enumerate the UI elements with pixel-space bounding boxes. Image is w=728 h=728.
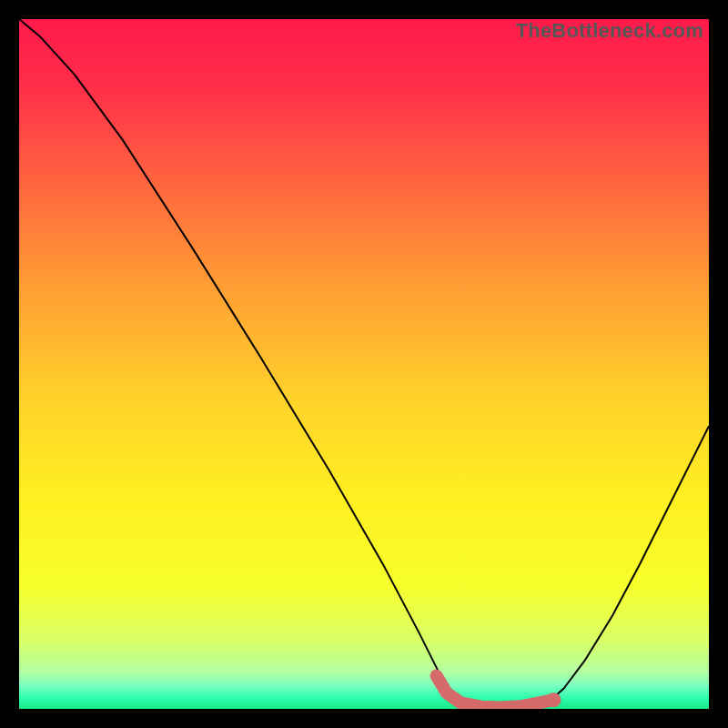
highlight-band (437, 676, 554, 708)
plot-area: TheBottleneck.com (19, 19, 709, 709)
curve-layer (19, 19, 709, 709)
bottleneck-curve (19, 19, 709, 709)
highlight-dot (546, 693, 561, 707)
chart-frame: TheBottleneck.com (0, 0, 728, 728)
